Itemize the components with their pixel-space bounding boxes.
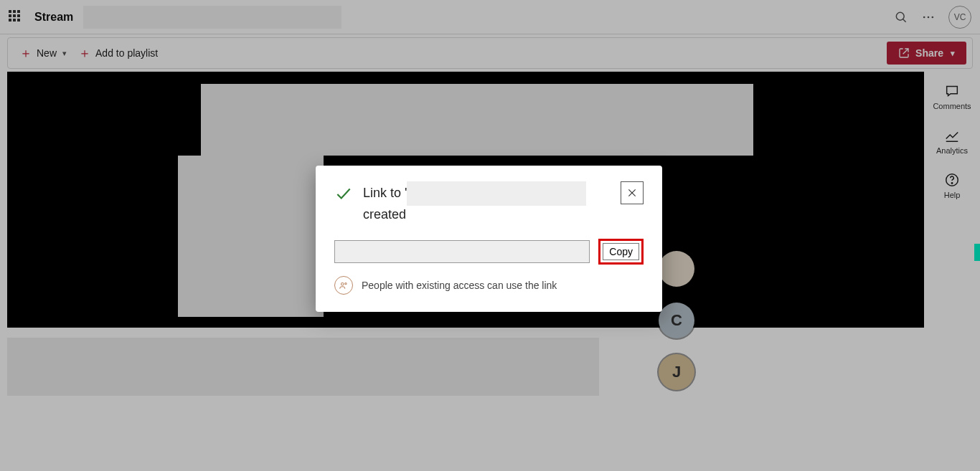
svg-point-6 — [951, 183, 952, 184]
svg-line-1 — [903, 19, 906, 22]
chevron-down-icon: ▾ — [951, 49, 955, 58]
video-metadata-redacted — [7, 338, 599, 396]
svg-point-4 — [932, 16, 934, 18]
close-button[interactable] — [621, 181, 644, 204]
help-tab[interactable]: Help — [944, 172, 961, 199]
participant-avatar — [659, 251, 694, 287]
share-label: Share — [915, 47, 943, 59]
svg-point-10 — [345, 283, 347, 285]
dialog-filename-redacted — [407, 181, 586, 206]
command-bar: ＋ New ▾ ＋ Add to playlist Share ▾ — [7, 37, 973, 69]
people-access-icon — [334, 276, 353, 295]
dialog-msg-suffix: created — [363, 207, 406, 222]
analytics-label: Analytics — [936, 146, 968, 155]
checkmark-icon — [334, 184, 353, 203]
comments-icon — [944, 83, 960, 99]
app-launcher-icon[interactable] — [9, 10, 23, 24]
analytics-icon — [944, 128, 960, 143]
participant-avatar: J — [659, 354, 694, 390]
svg-point-9 — [341, 283, 344, 286]
search-icon[interactable] — [894, 10, 908, 24]
chevron-down-icon: ▾ — [62, 49, 67, 58]
add-to-playlist-button[interactable]: ＋ Add to playlist — [72, 42, 164, 64]
svg-point-2 — [923, 16, 925, 18]
svg-point-0 — [896, 12, 904, 20]
dialog-msg-prefix: Link to ' — [363, 186, 407, 200]
app-name: Stream — [34, 11, 73, 24]
new-label: New — [37, 47, 57, 59]
copy-button[interactable]: Copy — [603, 243, 639, 260]
add-playlist-label: Add to playlist — [95, 47, 158, 59]
share-icon — [898, 47, 910, 59]
dialog-message: Link to ' created — [363, 181, 611, 223]
comments-tab[interactable]: Comments — [933, 83, 971, 110]
link-url-field[interactable] — [334, 240, 590, 263]
help-icon — [944, 172, 960, 188]
more-icon[interactable] — [921, 10, 936, 24]
right-rail: Comments Analytics Help — [924, 72, 980, 199]
header-right: VC — [894, 6, 971, 29]
video-overlay-redacted — [201, 84, 753, 156]
share-link-dialog: Link to ' created Copy People with exist… — [316, 166, 662, 312]
participant-avatar: C — [659, 303, 694, 338]
analytics-tab[interactable]: Analytics — [936, 128, 968, 155]
plus-icon: ＋ — [78, 47, 91, 60]
help-label: Help — [944, 191, 961, 199]
close-icon — [627, 188, 637, 198]
side-tab-handle[interactable] — [974, 244, 980, 261]
participant-bubbles: C J — [659, 251, 694, 390]
video-overlay-redacted — [178, 156, 324, 317]
svg-point-3 — [928, 16, 930, 18]
user-avatar[interactable]: VC — [948, 6, 971, 29]
comments-label: Comments — [933, 102, 971, 110]
share-button[interactable]: Share ▾ — [887, 42, 966, 65]
copy-button-highlight: Copy — [598, 239, 644, 265]
permission-text: People with existing access can use the … — [362, 280, 557, 291]
plus-icon: ＋ — [19, 47, 32, 60]
permission-row[interactable]: People with existing access can use the … — [334, 276, 644, 295]
new-button[interactable]: ＋ New ▾ — [14, 42, 72, 64]
app-header: Stream VC — [0, 0, 980, 34]
document-title-redacted — [83, 6, 341, 29]
